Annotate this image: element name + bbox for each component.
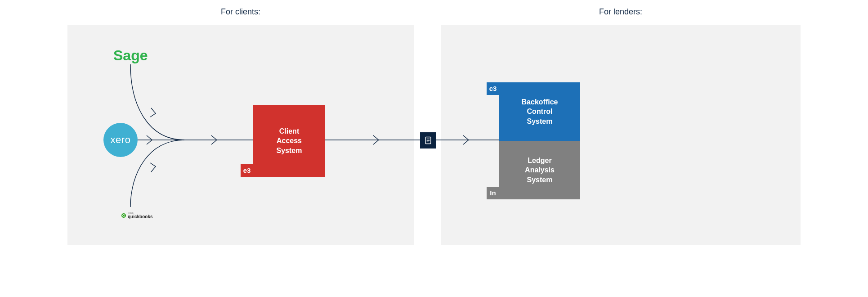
source-xero-logo: xero (103, 123, 138, 157)
source-sage-logo: Sage (113, 47, 148, 64)
backoffice-control-system-box: c3 Backoffice Control System (499, 82, 580, 141)
ledger-analysis-system-tag: In (487, 187, 499, 199)
document-icon (420, 132, 436, 148)
client-access-system-tag: e3 (241, 164, 253, 177)
xero-label: xero (111, 134, 131, 146)
flow-diagram: Sage xero intuit quickbooks e3 Client Ac… (0, 25, 868, 245)
source-quickbooks-logo: intuit quickbooks (121, 212, 153, 219)
backoffice-control-system-title: Backoffice Control System (522, 97, 558, 126)
quickbooks-icon (121, 213, 126, 218)
ledger-analysis-system-box: In Ledger Analysis System (499, 141, 580, 199)
client-access-system-title: Client Access System (277, 126, 302, 156)
ledger-analysis-system-title: Ledger Analysis System (525, 156, 555, 185)
heading-for-lenders: For lenders: (441, 7, 801, 17)
quickbooks-label: quickbooks (128, 214, 153, 219)
heading-for-clients: For clients: (67, 7, 414, 17)
client-access-system-box: e3 Client Access System (253, 105, 325, 177)
backoffice-control-system-tag: c3 (487, 82, 499, 95)
